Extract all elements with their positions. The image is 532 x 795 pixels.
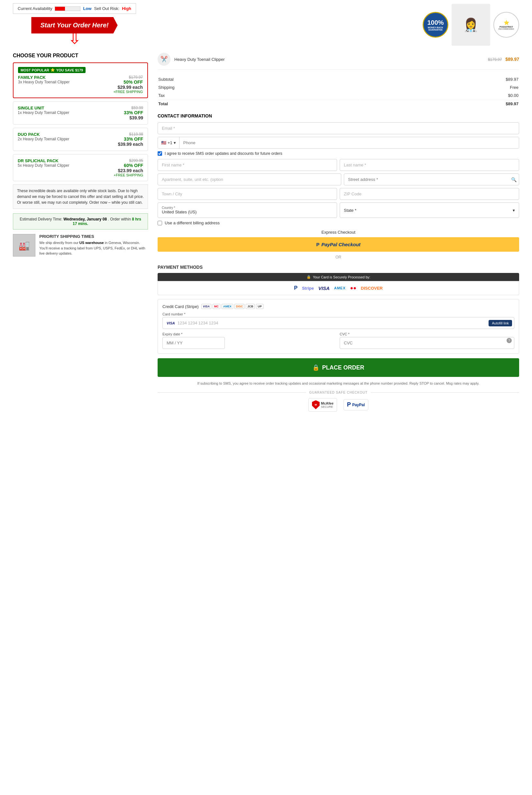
secure-logos: M McAfee SECURE P PayPal <box>158 398 519 412</box>
phone-row[interactable]: 🇺🇸 +1 ▾ <box>158 137 519 149</box>
name-row <box>158 159 519 171</box>
delivery-date: Wednesday, January 08 <box>63 217 107 221</box>
visa-logo: VISA <box>319 285 330 291</box>
state-selector[interactable]: State * ▾ <box>340 202 519 218</box>
paypal-checkout-label: PayPal Checkout <box>321 242 361 247</box>
country-state-row: Country * United States (US) State * ▾ <box>158 202 519 218</box>
card-section-title: Credit Card (Stripe) VISA MC AMEX DISC J… <box>163 304 514 309</box>
discover-logo: DISCOVER <box>361 286 383 291</box>
tax-label: Tax <box>158 92 360 99</box>
priority-title: PRIORITY SHIPPING TIMES <box>39 234 148 239</box>
payment-secure-bar: 🔒 Your Card is Securely Processed by: <box>158 273 519 281</box>
cvc-col: CVC * ? <box>340 332 514 349</box>
availability-bar <box>55 6 80 11</box>
right-column: ✂️ Heavy Duty Toenail Clipper $179.97 $8… <box>158 53 519 412</box>
product-icon: ✂️ <box>158 53 170 66</box>
card-number-row: VISA 1234 1234 1234 1234 Autofill link <box>163 317 514 329</box>
product-summary-row: ✂️ Heavy Duty Toenail Clipper $179.97 $8… <box>158 53 519 70</box>
payment-logos: P Stripe VISA AMEX ●● DISCOVER <box>158 281 519 295</box>
total-value: $89.97 <box>360 100 518 108</box>
street-wrap: 🔍 <box>344 173 519 185</box>
product-desc-duo: 2x Heavy Duty Toenail Clipper <box>18 137 70 141</box>
sms-checkbox[interactable] <box>158 151 162 156</box>
autofill-button[interactable]: Autofill link <box>489 320 512 326</box>
country-label: Country * <box>162 206 333 209</box>
or-divider: OR <box>158 255 519 259</box>
start-order-button[interactable]: Start Your Order Here! <box>31 17 117 34</box>
first-name-field[interactable] <box>158 159 337 171</box>
country-value[interactable]: United States (US) <box>162 209 333 214</box>
express-label: Express Checkout <box>158 230 519 235</box>
last-name-field[interactable] <box>340 159 519 171</box>
product-desc-family: 3x Heavy Duty Toenail Clipper <box>18 80 70 84</box>
choose-product-title: CHOOSE YOUR PRODUCT <box>13 53 148 59</box>
paypal-logo: P <box>294 285 298 291</box>
subtotal-label: Subtotal <box>158 76 360 83</box>
expiry-field[interactable] <box>163 337 225 349</box>
cvc-help-icon[interactable]: ? <box>507 338 512 343</box>
notice-box: These incredible deals are available onl… <box>13 184 148 209</box>
product-card-duo[interactable]: DUO PACK 2x Heavy Duty Toenail Clipper $… <box>13 128 148 151</box>
zip-field[interactable] <box>340 188 519 200</box>
sms-notice: If subscribing to SMS, you agree to rece… <box>158 381 519 386</box>
contact-section: CONTACT INFORMATION 🇺🇸 +1 ▾ I agree to r… <box>158 113 519 412</box>
card-number-label: Card number * <box>163 312 514 316</box>
product-desc-single: 1x Heavy Duty Toenail Clipper <box>18 110 70 115</box>
product-name-family: FAMILY PACK <box>18 75 70 80</box>
expiry-label: Expiry date * <box>163 332 337 336</box>
product-card-single[interactable]: SINGLE UNIT 1x Heavy Duty Toenail Clippe… <box>13 101 148 125</box>
place-order-label: PLACE ORDER <box>322 364 364 371</box>
priority-description: We ship directly from our US warehouse i… <box>39 240 148 256</box>
discount-single: 33% OFF <box>124 110 143 115</box>
place-order-button[interactable]: 🔒 PLACE ORDER <box>158 358 519 377</box>
divider-right <box>371 392 519 393</box>
product-summary-name: Heavy Duty Toenail Clipper <box>174 57 225 62</box>
mastercard-logo: ●● <box>350 285 356 291</box>
summary-table: Subtotal $89.97 Shipping Free Tax $0.00 … <box>158 75 519 108</box>
card-section: Credit Card (Stripe) VISA MC AMEX DISC J… <box>158 299 519 354</box>
product-card-family[interactable]: MOST POPULAR ⭐ YOU SAVE $179 FAMILY PACK… <box>13 62 148 98</box>
availability-level: Low <box>83 6 91 11</box>
amex-logo: AMEX <box>334 286 346 290</box>
warehouse-image: 🏭 <box>13 234 35 257</box>
product-name-single: SINGLE UNIT <box>18 106 70 110</box>
email-field[interactable] <box>158 122 519 134</box>
original-price-family: $179.97 <box>114 75 143 79</box>
current-price-dr: $23.99 each <box>114 168 143 173</box>
sms-label: I agree to receive SMS order updates and… <box>165 151 282 156</box>
product-desc-dr: 5x Heavy Duty Toenail Clipper <box>18 163 70 168</box>
street-field[interactable] <box>344 173 519 185</box>
card-brand-icon: VISA <box>167 321 175 325</box>
card-number-placeholder[interactable]: 1234 1234 1234 1234 <box>177 320 510 326</box>
shipping-value: Free <box>360 84 518 91</box>
availability-box: Current Availability Low Sell Out Risk: … <box>13 3 136 14</box>
phone-flag-selector[interactable]: 🇺🇸 +1 ▾ <box>158 137 179 148</box>
sms-checkbox-row: I agree to receive SMS order updates and… <box>158 151 519 156</box>
cvc-field[interactable] <box>340 337 514 349</box>
delivery-box: Estimated Delivery Time: Wednesday, Janu… <box>13 214 148 229</box>
subtotal-value: $89.97 <box>360 76 518 83</box>
mc-mini-logo: MC <box>213 304 220 309</box>
disc-mini-logo: DISC <box>234 304 245 309</box>
billing-checkbox[interactable] <box>158 221 162 225</box>
expiry-cvc-row: Expiry date * CVC * ? <box>163 332 514 349</box>
summary-sale-price: $89.97 <box>505 57 519 62</box>
lock-place-icon: 🔒 <box>312 364 319 371</box>
street-search-icon: 🔍 <box>511 177 516 182</box>
apartment-field[interactable] <box>158 173 341 185</box>
free-shipping-family: +FREE SHIPPING <box>114 90 143 94</box>
phone-input[interactable] <box>179 137 519 148</box>
paypal-button[interactable]: P PayPal Checkout <box>158 237 519 252</box>
sellout-level: High <box>122 6 131 11</box>
stripe-logo: Stripe <box>302 286 314 291</box>
availability-label: Current Availability <box>18 6 52 11</box>
town-zip-row <box>158 188 519 200</box>
expiry-col: Expiry date * <box>163 332 337 349</box>
town-field[interactable] <box>158 188 337 200</box>
card-mini-logos: VISA MC AMEX DISC JCB UP <box>201 304 263 309</box>
current-price-single: $39.99 <box>124 115 143 121</box>
current-price-duo: $39.99 each <box>118 142 143 147</box>
priority-shipping: 🏭 PRIORITY SHIPPING TIMES We ship direct… <box>13 234 148 257</box>
product-card-dr[interactable]: DR SPLICHAL PACK 5x Heavy Duty Toenail C… <box>13 154 148 181</box>
product-name-duo: DUO PACK <box>18 132 70 137</box>
